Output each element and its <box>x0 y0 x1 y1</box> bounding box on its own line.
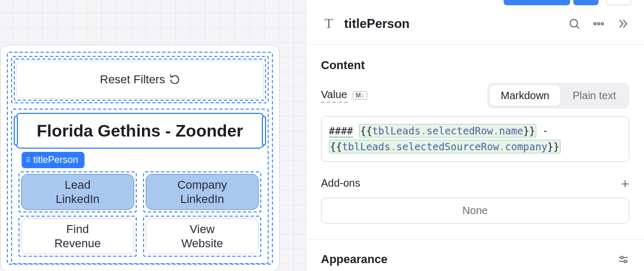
svg-point-2 <box>594 23 596 25</box>
reset-filters-button[interactable]: Reset Filters <box>16 61 264 99</box>
collapse-icon[interactable] <box>617 17 629 30</box>
canvas[interactable]: Reset Filters Florida Gethins - Zoonder <box>0 0 306 271</box>
button-wrap-website: ViewWebsite <box>143 216 261 257</box>
addons-empty[interactable]: None <box>321 198 629 224</box>
content-section-title: Content <box>321 59 629 72</box>
markdown-badge-icon: M↓ <box>353 91 367 100</box>
toolbar-fragment <box>306 0 644 5</box>
segmented-plaintext[interactable]: Plain text <box>562 85 627 106</box>
reset-filters-label: Reset Filters <box>100 73 165 86</box>
appearance-section-title: Appearance <box>321 253 387 266</box>
find-revenue-button[interactable]: FindRevenue <box>21 218 134 254</box>
svg-point-0 <box>570 20 577 27</box>
selection-outer: Reset Filters Florida Gethins - Zoonder <box>7 52 273 265</box>
component-name-tag[interactable]: ⠿ titlePerson <box>22 152 84 168</box>
search-icon[interactable] <box>568 17 581 30</box>
lead-linkedin-button[interactable]: LeadLinkedIn <box>21 174 134 210</box>
component-name[interactable]: titlePerson <box>344 16 561 31</box>
button-row-2: FindRevenue ViewWebsite <box>18 216 261 257</box>
button-row-1: LeadLinkedIn CompanyLinkedIn <box>18 171 261 212</box>
reload-icon <box>169 74 180 85</box>
svg-line-1 <box>577 26 580 28</box>
toolbar-button-fragment-2[interactable] <box>573 0 599 5</box>
toolbar-button-fragment-3[interactable] <box>606 0 631 5</box>
button-wrap-company: CompanyLinkedIn <box>143 171 261 212</box>
resize-handle-right[interactable] <box>262 116 266 146</box>
segmented-markdown[interactable]: Markdown <box>490 85 560 106</box>
svg-point-8 <box>624 260 627 263</box>
value-row: Value M↓ Markdown Plain text <box>321 83 629 109</box>
company-linkedin-button[interactable]: CompanyLinkedIn <box>146 174 259 210</box>
inspector-header: T titlePerson <box>306 5 644 45</box>
button-wrap-lead: LeadLinkedIn <box>18 171 137 212</box>
value-mode-segmented: Markdown Plain text <box>487 83 629 109</box>
drag-handle-icon: ⠿ <box>26 157 30 163</box>
appearance-row: Appearance <box>321 253 629 266</box>
section-divider <box>306 239 644 240</box>
title-text: Florida Gethins - Zoonder <box>20 120 260 141</box>
svg-point-3 <box>598 23 600 25</box>
addons-row: Add-ons + <box>321 177 629 190</box>
selection-inner-reset: Reset Filters <box>14 59 266 101</box>
title-person-component[interactable]: Florida Gethins - Zoonder <box>15 113 264 149</box>
inspector-body: Content Value M↓ Markdown Plain text ###… <box>306 45 644 271</box>
toolbar-button-fragment-1[interactable] <box>504 0 570 5</box>
text-component-icon: T <box>321 16 337 32</box>
addons-label: Add-ons <box>321 177 361 189</box>
selection-wrap-main: Florida Gethins - Zoonder ⠿ titlePerson … <box>11 109 269 264</box>
add-addon-button[interactable]: + <box>621 177 629 190</box>
appearance-settings-icon[interactable] <box>618 254 629 265</box>
svg-point-4 <box>601 23 603 25</box>
view-website-button[interactable]: ViewWebsite <box>146 218 259 254</box>
button-wrap-revenue: FindRevenue <box>18 216 137 257</box>
value-label[interactable]: Value <box>321 89 347 103</box>
value-code-editor[interactable]: #### {{tblLeads.selectedRow.name}} - {{t… <box>321 116 629 162</box>
header-actions <box>568 17 629 30</box>
inspector-panel: T titlePerson Content Value M↓ Markdown … <box>306 0 644 271</box>
selection-wrap-reset: Reset Filters <box>11 56 269 103</box>
component-name-tag-label: titlePerson <box>33 154 78 166</box>
resize-handle-left[interactable] <box>14 116 18 146</box>
component-card: Reset Filters Florida Gethins - Zoonder <box>0 45 280 271</box>
more-icon[interactable] <box>592 17 605 30</box>
value-label-wrap: Value M↓ <box>321 89 367 103</box>
svg-point-7 <box>621 256 623 259</box>
